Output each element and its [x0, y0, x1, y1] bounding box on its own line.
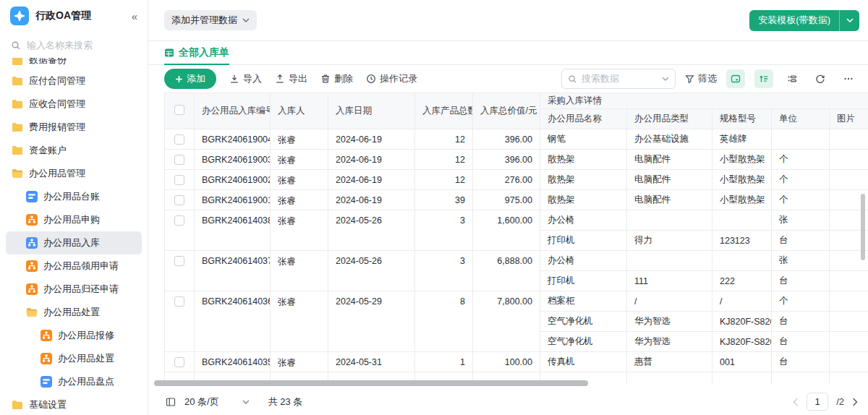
cell-total[interactable]: 276.00: [473, 170, 540, 190]
sidebar-item-supplies-inbound[interactable]: 办公用品入库: [6, 231, 142, 254]
sidebar-item-supplies-disposal[interactable]: 办公用品处置: [6, 347, 142, 370]
cell-total[interactable]: 1,600.00: [473, 210, 540, 251]
cell-product-pic[interactable]: [830, 312, 868, 332]
cell-total[interactable]: 6,888.00: [473, 251, 540, 291]
cell-qty[interactable]: 8: [415, 291, 473, 352]
page-size-select[interactable]: 20 条/页: [184, 395, 250, 408]
row-checkbox[interactable]: [174, 215, 184, 226]
prev-page-button[interactable]: [793, 398, 799, 406]
cell-product-name[interactable]: 办公椅: [540, 251, 627, 271]
column-header-qty[interactable]: 入库产品总数: [415, 93, 473, 129]
column-header-total[interactable]: 入库总价值/元: [473, 93, 540, 129]
cell-qty[interactable]: 3: [415, 210, 473, 251]
sidebar-item-supplies-return[interactable]: 办公用品归还申请: [6, 278, 142, 301]
cell-person[interactable]: 张睿: [271, 150, 328, 170]
sidebar-item-expense-reimburse[interactable]: 费用报销管理: [6, 116, 142, 139]
sidebar-item-supplies-purchase[interactable]: 办公用品申购: [6, 208, 142, 231]
cell-product-unit[interactable]: 张: [772, 210, 830, 231]
cell-product-spec[interactable]: KJ820F-S820: [712, 312, 772, 332]
cell-product-unit[interactable]: 台: [772, 352, 830, 372]
sidebar-item-receivable-contract[interactable]: 应收合同管理: [6, 93, 142, 116]
row-checkbox[interactable]: [174, 296, 184, 307]
cell-product-spec[interactable]: [712, 210, 772, 231]
sidebar-item-supplies-disposal-folder[interactable]: 办公用品处置: [6, 301, 142, 324]
cell-product-type[interactable]: 得力: [627, 231, 712, 251]
cell-total[interactable]: 396.00: [473, 129, 540, 150]
sidebar-item-basic-settings[interactable]: 基础设置: [6, 393, 142, 415]
column-header-date[interactable]: 入库日期: [328, 93, 415, 129]
cell-code[interactable]: BGRK240619004: [195, 129, 271, 150]
cell-product-pic[interactable]: [830, 271, 868, 291]
add-record-button[interactable]: 添加: [164, 69, 216, 89]
cell-product-spec[interactable]: 小型散热架: [712, 150, 772, 170]
sidebar-search-input[interactable]: 输入名称来搜索: [10, 35, 137, 56]
cell-product-type[interactable]: 华为智选: [627, 332, 712, 352]
row-checkbox[interactable]: [174, 134, 184, 145]
cell-product-pic[interactable]: [830, 129, 868, 150]
cell-product-name[interactable]: 散热架: [540, 190, 627, 210]
current-page-input[interactable]: 1: [807, 393, 828, 411]
filter-button[interactable]: 筛选: [685, 72, 717, 85]
sidebar-item-supplies-requisition[interactable]: 办公用品领用申请: [6, 254, 142, 278]
cell-total[interactable]: 100.00: [473, 352, 540, 372]
row-height-button[interactable]: [754, 69, 773, 88]
column-panel-icon[interactable]: [166, 397, 176, 407]
cell-product-pic[interactable]: [830, 291, 868, 312]
cell-product-unit[interactable]: 个: [772, 291, 830, 312]
cell-person[interactable]: 张睿: [271, 291, 328, 352]
cell-product-spec[interactable]: 英雄牌: [712, 129, 772, 150]
sidebar-item-supplies-ledger[interactable]: 办公用品台账: [6, 185, 142, 208]
cell-product-unit[interactable]: 台: [772, 332, 830, 352]
sidebar-item-supplies-repair[interactable]: 办公用品报修: [6, 324, 142, 347]
cell-code[interactable]: BGRK240614036: [195, 291, 271, 352]
cell-product-spec[interactable]: 222: [712, 271, 772, 291]
row-checkbox[interactable]: [174, 357, 184, 367]
cell-product-unit[interactable]: 台: [772, 271, 830, 291]
cell-qty[interactable]: 39: [415, 190, 473, 210]
cell-product-type[interactable]: 111: [627, 271, 712, 291]
cell-person[interactable]: 张睿: [271, 210, 328, 251]
export-button[interactable]: 导出: [275, 72, 307, 85]
cell-date[interactable]: 2024-05-26: [328, 210, 415, 251]
cell-person[interactable]: 张睿: [271, 129, 328, 150]
cell-product-pic[interactable]: [830, 352, 868, 372]
cell-product-unit[interactable]: 台: [772, 231, 830, 251]
column-header-spec[interactable]: 规格型号: [712, 109, 772, 129]
cell-date[interactable]: 2024-06-19: [328, 150, 415, 170]
sidebar-item-data-backup[interactable]: 数据备份: [6, 58, 142, 69]
tab-all-inbound-orders[interactable]: 全部入库单: [164, 41, 229, 65]
cell-date[interactable]: 2024-06-19: [328, 170, 415, 190]
cell-product-name[interactable]: 打印机: [540, 271, 627, 291]
table-search-input[interactable]: 搜索数据: [561, 69, 676, 89]
cell-date[interactable]: 2024-05-29: [328, 291, 415, 352]
next-page-button[interactable]: [852, 398, 858, 406]
sidebar-item-supplies-stocktake[interactable]: 办公用品盘点: [6, 370, 142, 393]
refresh-button[interactable]: [811, 69, 830, 88]
cell-qty[interactable]: 12: [415, 170, 473, 190]
cell-date[interactable]: 2024-05-26: [328, 251, 415, 291]
cell-product-type[interactable]: 华为智选: [627, 312, 712, 332]
cell-total[interactable]: 396.00: [473, 150, 540, 170]
cell-product-name[interactable]: 空气净化机: [540, 332, 627, 352]
horizontal-scrollbar[interactable]: [154, 380, 588, 386]
cell-product-pic[interactable]: [830, 150, 868, 170]
cell-product-unit[interactable]: 台: [772, 312, 830, 332]
cell-product-unit[interactable]: 个: [772, 190, 830, 210]
column-header-person[interactable]: 入库人: [271, 93, 328, 129]
cell-product-type[interactable]: 电脑配件: [627, 190, 712, 210]
row-checkbox[interactable]: [174, 256, 184, 266]
cell-code[interactable]: BGRK240619002: [195, 170, 271, 190]
cell-product-type[interactable]: [627, 251, 712, 271]
cell-product-spec[interactable]: 001: [712, 352, 772, 372]
cell-total[interactable]: 975.00: [473, 190, 540, 210]
cell-code[interactable]: BGRK240614038: [195, 210, 271, 251]
row-checkbox[interactable]: [174, 175, 184, 185]
cell-total[interactable]: 7,800.00: [473, 291, 540, 352]
column-header-pic[interactable]: 图片: [830, 109, 868, 129]
cell-product-type[interactable]: 办公基础设施: [627, 129, 712, 150]
cell-code[interactable]: BGRK240619003: [195, 150, 271, 170]
install-template-dropdown-button[interactable]: [840, 10, 859, 31]
select-all-checkbox[interactable]: [174, 105, 184, 115]
gallery-view-button[interactable]: [726, 69, 745, 88]
column-header-unit[interactable]: 单位: [772, 109, 830, 129]
